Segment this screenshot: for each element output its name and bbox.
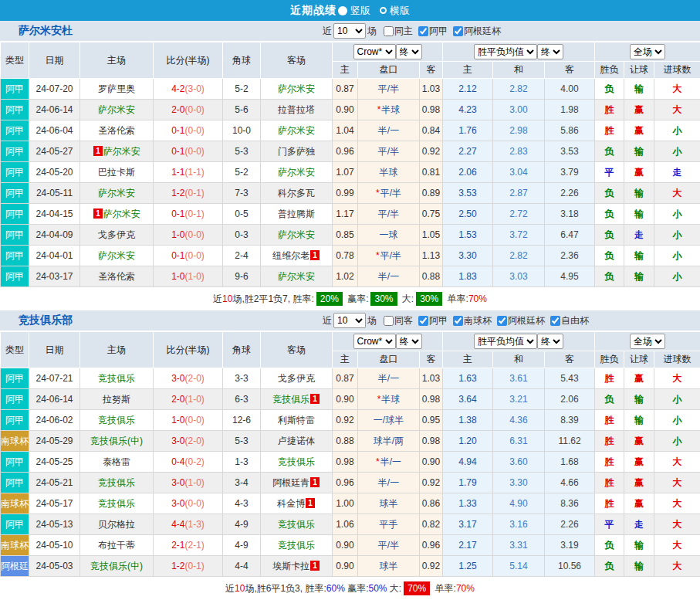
type-cell: 阿甲 [1,452,29,473]
score-cell: 1-1(1-1) [154,162,223,183]
date-cell: 24-06-14 [29,100,80,120]
handicap-home-odds: 0.87 [333,79,358,100]
score-cell: 1-0(1-0) [154,266,223,287]
team-name-link[interactable]: 竞技俱乐部 [19,314,321,327]
euro-away-odds: 2.26 [545,183,595,204]
corner-cell: 0-5 [223,204,261,225]
euro-draw-odds: 2.98 [493,120,545,141]
horizontal-radio-icon[interactable] [380,7,387,14]
handicap-line: *半/一 [358,452,420,473]
red-card-badge: 1 [310,394,320,404]
matches-table: 类型 日期 主场 比分(半场) 角球 客场 Crow*终 胜平负均值终 全场 [0,42,700,287]
date-cell: 24-05-27 [29,141,80,162]
checkbox-icon[interactable] [453,26,463,36]
away-team-cell: 纽维尔老1 [261,246,333,266]
type-cell: 阿甲 [1,266,29,287]
handicap-away-odds: 0.98 [420,389,443,410]
score-cell: 0-1(0-0) [154,246,223,266]
goals-result-cell: 大 [654,100,700,120]
home-team-cell: 泰格雷 [80,452,154,473]
handicap-dropdowns-cell: Crow*终 [333,332,443,351]
euro-home-odds: 2.06 [443,162,493,183]
euro-draw-odds: 2.82 [493,79,545,100]
euro-home-odds: 2.17 [443,535,493,556]
away-team-cell: 竞技俱乐 [261,452,333,473]
date-cell: 24-07-20 [29,79,80,100]
euro-home-odds: 1.83 [443,266,493,287]
checkbox-icon[interactable] [453,316,463,326]
filter-checkbox-2[interactable]: 南球杯 [448,314,492,327]
europe-time-select[interactable]: 终 [537,334,563,349]
result-cell: 负 [595,204,624,225]
type-cell: 阿甲 [1,204,29,225]
scope-select[interactable]: 全场 [630,44,665,59]
vertical-radio-selected-icon[interactable] [338,6,347,15]
result-cell: 负 [595,183,624,204]
type-cell: 阿甲 [1,79,29,100]
date-cell: 24-04-15 [29,204,80,225]
filter-checkbox-1[interactable]: 阿甲 [413,25,448,38]
euro-draw-odds: 3.16 [493,514,545,535]
euro-home-odds: 2.27 [443,141,493,162]
home-team-cell: 贝尔格拉 [80,514,154,535]
handicap-line: 半/一 [358,368,420,389]
handicap-line: 平/半 [358,141,420,162]
euro-away-odds: 5.43 [545,368,595,389]
scope-select[interactable]: 全场 [630,334,665,349]
filter-checkbox-0[interactable]: 同客 [378,314,413,327]
handicap-home-odds: 0.87 [333,368,358,389]
near-label: 近 [323,25,332,38]
filter-checkbox-1[interactable]: 阿甲 [413,314,448,327]
handicap-time-select[interactable]: 终 [396,44,422,59]
horizontal-radio-label[interactable]: 横版 [390,4,410,18]
filter-checkbox-2[interactable]: 阿根廷杯 [448,25,501,38]
handicap-away-odds: 0.95 [420,410,443,431]
result-cell: 负 [595,141,624,162]
europe-metric-select[interactable]: 胜平负均值 [474,44,537,59]
bookmaker-select[interactable]: Crow* [353,44,396,59]
handicap-line: *平/半 [358,246,420,266]
summary-text: 70% [456,583,475,594]
handicap-result-cell: 走 [624,514,654,535]
summary-text: 赢率: [345,293,369,304]
team-name-link[interactable]: 萨尔米安杜 [19,24,321,38]
checkbox-icon[interactable] [550,316,560,326]
league-filter-checkboxes: 同主阿甲阿根廷杯 [378,25,501,38]
euro-home-odds: 1.63 [443,368,493,389]
score-cell: 1-0(0-0) [154,410,223,431]
europe-time-select[interactable]: 终 [537,44,563,59]
subcol-euro-home: 主 [443,62,493,79]
checkbox-icon[interactable] [418,26,428,36]
date-cell: 24-07-21 [29,368,80,389]
euro-draw-odds: 6.31 [493,431,545,452]
home-team-cell: 拉努斯 [80,389,154,410]
summary-text: 50% [368,583,387,594]
vertical-radio-label[interactable]: 竖版 [350,4,370,18]
handicap-time-select[interactable]: 终 [396,334,422,349]
corner-cell: 4-9 [223,535,261,556]
handicap-home-odds: 0.99 [333,183,358,204]
match-count-select[interactable]: 10 [333,23,366,39]
bookmaker-select[interactable]: Crow* [353,334,396,349]
section-header: 萨尔米安杜 近 10 场 同主阿甲阿根廷杯 [0,21,700,42]
away-team-cell: 科尔多瓦 [261,183,333,204]
summary-badge: 70% [404,581,430,595]
checkbox-icon[interactable] [497,316,507,326]
checkbox-icon[interactable] [418,316,428,326]
europe-metric-select[interactable]: 胜平负均值 [474,334,537,349]
red-card-badge: 1 [93,146,103,156]
checkbox-icon[interactable] [384,316,394,326]
home-team-cell: 圣洛伦索 [80,266,154,287]
subcol-euro-draw: 和 [493,62,545,79]
summary-text: 60% [326,583,345,594]
match-count-select[interactable]: 10 [333,313,366,328]
checkbox-icon[interactable] [384,26,394,36]
topbar: 近期战绩 竖版 横版 [0,0,700,21]
filter-checkbox-3[interactable]: 阿根廷杯 [492,314,545,327]
col-home: 主场 [80,42,154,79]
filter-checkbox-0[interactable]: 同主 [378,25,413,38]
scope-dropdown-cell: 全场 [595,332,700,351]
handicap-home-odds: 1.06 [333,514,358,535]
euro-away-odds: 1.98 [545,100,595,120]
filter-checkbox-4[interactable]: 自由杯 [545,314,589,327]
